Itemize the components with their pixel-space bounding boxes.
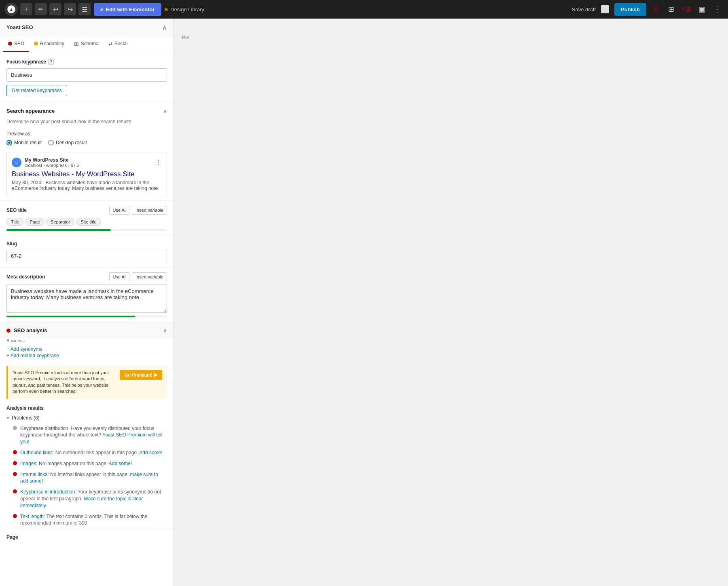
meta-desc-progress-bar: [6, 316, 167, 317]
tag-page[interactable]: Page: [25, 218, 44, 226]
problems-label: Problems (6): [12, 415, 40, 421]
focus-keyphrase-help[interactable]: ?: [48, 59, 54, 65]
slug-header: Slug: [6, 241, 167, 247]
problem-link-1b[interactable]: Add some!: [139, 450, 162, 455]
seo-title-insert-variable[interactable]: Insert variable: [132, 206, 167, 215]
problem-link-1a[interactable]: Outbound links: [20, 450, 53, 455]
meta-desc-actions: Use AI Insert variable: [109, 272, 167, 281]
grid-icon-button[interactable]: ⊞: [665, 3, 677, 15]
meta-desc-header: Meta description Use AI Insert variable: [6, 272, 167, 281]
mobile-result-radio[interactable]: Mobile result: [6, 140, 42, 145]
edit-elementor-button[interactable]: e Edit with Elementor: [94, 3, 161, 16]
screen-icon-button[interactable]: ⬜: [599, 3, 611, 15]
seo-title-header: SEO title Use AI Insert variable: [6, 206, 167, 215]
desktop-result-label: Desktop result: [56, 140, 87, 145]
search-appearance-chevron: ∧: [163, 108, 167, 114]
get-related-keyphrases-button[interactable]: Get related keyphrases: [6, 85, 67, 96]
problem-link-2a[interactable]: Images: [20, 461, 36, 466]
tab-seo[interactable]: SEO: [3, 36, 29, 52]
schema-tab-icon: ⊞: [74, 40, 79, 47]
edit-icon-button[interactable]: ✏: [35, 3, 47, 15]
preview-page-title[interactable]: Business Websites - My WordPress Site: [12, 170, 162, 178]
seo-analysis-header[interactable]: SEO analysis ∧: [0, 322, 174, 338]
yoast-s-icon[interactable]: S: [650, 3, 662, 15]
meta-desc-label: Meta description: [6, 274, 45, 280]
search-preview-card: G My WordPress Site localhost › wordpres…: [6, 152, 167, 197]
go-premium-label: Go Premium!: [125, 373, 152, 377]
title-field-label: title: [182, 35, 720, 40]
seo-title-progress-fill: [6, 229, 111, 231]
main-toolbar: + ✏ ↩ ↪ ☰ e Edit with Elementor S Design…: [0, 0, 728, 19]
add-synonyms-link[interactable]: + Add synonyms: [6, 346, 167, 352]
wp-logo[interactable]: [5, 3, 18, 16]
seo-analysis-title-row: SEO analysis: [6, 327, 47, 333]
add-button[interactable]: +: [20, 3, 32, 15]
editor-title-area: title: [174, 19, 728, 49]
problem-text-4: Keyphrase in introduction: Your keyphras…: [20, 489, 167, 509]
problem-link-0[interactable]: Yoast SEO Premium will tell you!: [20, 432, 163, 445]
site-url: localhost › wordpress › 67-2: [25, 163, 80, 168]
social-tab-icon: ⇄: [108, 41, 112, 46]
site-name: My WordPress Site: [25, 157, 80, 163]
problems-header[interactable]: ∨ Problems (6): [0, 413, 174, 423]
tag-site-title[interactable]: Site title: [76, 218, 101, 226]
analysis-results-label: Analysis results: [0, 402, 174, 413]
svg-text:G: G: [15, 161, 18, 165]
slug-input[interactable]: [6, 250, 167, 262]
publish-button[interactable]: Publish: [614, 3, 646, 16]
tab-social[interactable]: ⇄ Social: [104, 36, 133, 52]
premium-text: Yoast SEO Premium looks at more than jus…: [13, 370, 116, 395]
problem-link-4a[interactable]: Keyphrase in introduction: [20, 489, 75, 495]
meta-use-ai[interactable]: Use AI: [109, 272, 129, 281]
add-related-keyphrase-link[interactable]: + Add related keyphrase: [6, 353, 167, 358]
mobile-result-label: Mobile result: [14, 140, 42, 145]
desktop-result-radio[interactable]: Desktop result: [48, 140, 87, 145]
seo-title-tags: Title Page Separator Site title: [6, 218, 167, 226]
more-options-button[interactable]: ⋮: [711, 3, 723, 15]
design-library-logo: S: [165, 6, 168, 13]
preview-more-dots[interactable]: ⋮: [155, 159, 162, 167]
problem-dot-5: [13, 514, 17, 518]
problem-link-4b[interactable]: Make sure the topic is clear immediately…: [20, 496, 143, 508]
undo-button[interactable]: ↩: [49, 3, 61, 15]
seo-title-actions: Use AI Insert variable: [109, 206, 167, 215]
problem-link-5[interactable]: Text length: [20, 514, 44, 519]
radio-group: Mobile result Desktop result: [6, 140, 167, 145]
seo-analysis-indicator: [6, 329, 11, 333]
problem-link-2b[interactable]: Add some!: [109, 461, 132, 466]
meta-insert-variable[interactable]: Insert variable: [132, 272, 167, 281]
editor-area: title: [174, 19, 728, 586]
search-appearance-desc: Determine how your post should look in t…: [0, 119, 174, 128]
go-premium-button[interactable]: Go Premium! ▶: [120, 370, 162, 380]
problem-dot-2: [13, 461, 17, 465]
tab-readability[interactable]: Readability: [29, 36, 69, 52]
yoast-panel: Yoast SEO ∧ SEO Readability ⊞ Schema ⇄ S…: [0, 19, 174, 586]
focus-keyphrase-input[interactable]: [6, 68, 167, 82]
search-appearance-title: Search appearance: [6, 108, 55, 114]
design-library-button[interactable]: S Design Library: [165, 6, 205, 13]
seo-analysis-title: SEO analysis: [14, 327, 47, 333]
problem-text-3: Internal links: No internal links appear…: [20, 471, 167, 485]
search-appearance-header[interactable]: Search appearance ∧: [0, 103, 174, 119]
problem-link-3a[interactable]: Internal links: [20, 472, 47, 477]
seo-title-use-ai[interactable]: Use AI: [109, 206, 129, 215]
tab-schema[interactable]: ⊞ Schema: [69, 36, 104, 52]
meta-desc-textarea[interactable]: Business websites have made a landmark i…: [6, 285, 167, 313]
tag-title[interactable]: Title: [6, 218, 23, 226]
preview-date-text: May 30, 2024: [12, 180, 41, 185]
yoast-y-icon[interactable]: Y⊞: [680, 3, 692, 15]
preview-as-section: Preview as: Mobile result Desktop result: [0, 128, 174, 149]
save-draft-button[interactable]: Save draft: [572, 6, 596, 13]
list-button[interactable]: ☰: [78, 3, 91, 15]
redo-button[interactable]: ↪: [64, 3, 76, 15]
sidebar-icon-button[interactable]: ▣: [696, 3, 708, 15]
problem-text-0: Keyphrase distribution: Have you evenly …: [20, 425, 167, 445]
yoast-collapse-button[interactable]: ∧: [162, 23, 167, 31]
social-tab-label: Social: [114, 41, 128, 46]
focus-keyphrase-section: Focus keyphrase ? Get related keyphrases: [0, 52, 174, 103]
yoast-tabs: SEO Readability ⊞ Schema ⇄ Social: [0, 36, 174, 52]
elementor-logo: e: [100, 6, 103, 13]
tag-separator[interactable]: Separator: [46, 218, 74, 226]
site-favicon: G: [12, 158, 21, 167]
seo-tab-indicator: [8, 42, 12, 46]
